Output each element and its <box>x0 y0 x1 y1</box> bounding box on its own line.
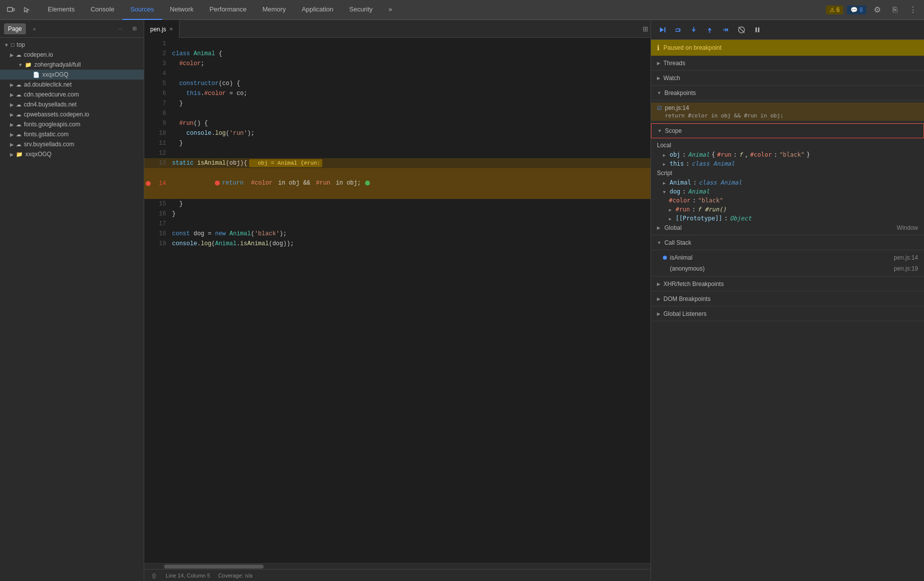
errors-badge[interactable]: 💬 8 <box>847 5 866 14</box>
var-obj-colon2: : <box>734 151 737 158</box>
var-dog-color-val: "black" <box>698 197 724 204</box>
expand-tabs-button[interactable]: » <box>29 23 40 34</box>
deactivate-breakpoints-button[interactable] <box>735 23 748 37</box>
tree-item-zoherghadyali[interactable]: ▼ 📁 zoherghadyali/full <box>0 60 144 70</box>
dom-section-header[interactable]: ▶ DOM Breakpoints <box>651 291 924 306</box>
editor-tab-close[interactable]: ✕ <box>169 26 173 32</box>
var-dog-color-name: #color <box>669 197 690 204</box>
tree-item-fontsgoogleapis[interactable]: ▶ ☁ fonts.googleapis.com <box>0 119 144 129</box>
tab-elements[interactable]: Elements <box>40 0 83 20</box>
global-listeners-header[interactable]: ▶ Global Listeners <box>651 306 924 321</box>
tab-console[interactable]: Console <box>83 0 122 20</box>
settings-button[interactable]: ⚙ <box>870 3 884 17</box>
dog-run-chevron[interactable]: ▶ <box>669 207 671 212</box>
var-dog-color-colon: : <box>692 197 696 204</box>
format-code-button[interactable]: ⊞ <box>641 23 650 35</box>
folder-icon-zoherghadyali: 📁 <box>25 62 32 68</box>
prototype-chevron[interactable]: ▶ <box>669 216 671 221</box>
animal-chevron[interactable]: ▶ <box>663 181 665 186</box>
page-tab[interactable]: Page <box>4 23 26 34</box>
breakpoints-section-header[interactable]: ▼ Breakpoints <box>651 86 924 100</box>
scope-section: ▼ Scope Local ▶ obj : Animal { #run : <box>651 123 924 235</box>
tree-item-top[interactable]: ▼ □ top <box>0 40 144 50</box>
tree-item-cpwebassets[interactable]: ▶ ☁ cpwebassets.codepen.io <box>0 109 144 119</box>
more-panel-button[interactable]: ··· <box>115 23 126 34</box>
tree-item-srvbuysellads[interactable]: ▶ ☁ srv.buysellads.com <box>0 139 144 149</box>
threads-section-header[interactable]: ▶ Threads <box>651 56 924 71</box>
pause-on-exceptions-button[interactable] <box>750 23 764 37</box>
tab-sources[interactable]: Sources <box>122 0 162 20</box>
step-button[interactable] <box>719 23 733 37</box>
toggle-navigator-button[interactable]: ⊞ <box>129 23 140 34</box>
scope-var-dog: ▼ dog : Animal <box>651 187 924 196</box>
line-num-14: 14 <box>152 179 172 189</box>
line-content-7: } <box>172 98 650 108</box>
horizontal-scrollbar[interactable] <box>144 563 650 569</box>
breakpoint-check-0[interactable]: ☑ <box>657 105 662 111</box>
code-line-3: 3 #color; <box>144 59 650 69</box>
threads-label: Threads <box>663 60 685 67</box>
step-into-button[interactable] <box>687 23 701 37</box>
device-toolbar-button[interactable] <box>4 3 18 17</box>
tab-security[interactable]: Security <box>341 0 380 20</box>
var-colon-dog: : <box>682 188 686 195</box>
var-value-prototype: Object <box>730 215 751 222</box>
tab-performance[interactable]: Performance <box>201 0 254 20</box>
scope-global-label: Global <box>664 224 682 231</box>
call-stack-item-anonymous[interactable]: (anonymous) pen.js:19 <box>651 263 924 274</box>
warnings-badge[interactable]: ⚠ 6 <box>826 5 843 14</box>
obj-chevron[interactable]: ▶ <box>663 153 665 158</box>
code-line-14: 14 return #color in obj && #run in obj; <box>144 168 650 199</box>
tab-network[interactable]: Network <box>162 0 202 20</box>
var-value-obj-class: Animal <box>688 151 709 158</box>
step-over-button[interactable] <box>671 23 685 37</box>
tree-item-xxqxOGQ-root[interactable]: ▶ 📁 xxqxOGQ <box>0 149 144 159</box>
line-content-15: } <box>172 199 650 209</box>
remote-devices-button[interactable]: ⎘ <box>888 3 902 17</box>
line-num-10: 10 <box>152 128 172 138</box>
line-num-4: 4 <box>152 69 172 79</box>
tree-item-xxqxOGQ-file[interactable]: 📄 xxqxOGQ <box>0 70 144 80</box>
tree-item-codepen[interactable]: ▶ ☁ codepen.io <box>0 50 144 60</box>
info-banner-icon: ℹ <box>657 44 659 52</box>
call-stack-item-isAnimal[interactable]: isAnimal pen.js:14 <box>651 252 924 263</box>
tab-memory[interactable]: Memory <box>255 0 294 20</box>
resume-button[interactable] <box>655 23 669 37</box>
pretty-print-button[interactable]: {} <box>150 573 158 579</box>
scope-section-header[interactable]: ▼ Scope <box>651 123 924 138</box>
dog-chevron[interactable]: ▼ <box>663 190 665 194</box>
more-options-button[interactable]: ⋮ <box>906 3 920 17</box>
svg-rect-10 <box>758 27 759 32</box>
scrollbar-thumb[interactable] <box>164 565 264 569</box>
watch-section-header[interactable]: ▶ Watch <box>651 71 924 86</box>
tree-item-addoubleclick[interactable]: ▶ ☁ ad.doubleclick.net <box>0 80 144 90</box>
tab-more[interactable]: » <box>380 0 400 20</box>
element-picker-button[interactable] <box>20 3 34 17</box>
code-area[interactable]: 1 2 class Animal { 3 #color; <box>144 38 650 563</box>
line-content-16: } <box>172 209 650 219</box>
global-listeners-chevron: ▶ <box>657 311 660 316</box>
tab-application[interactable]: Application <box>294 0 342 20</box>
call-name-anonymous: (anonymous) <box>670 265 705 272</box>
var-colon-prototype: : <box>724 215 728 222</box>
call-stack-header[interactable]: ▼ Call Stack <box>651 235 924 250</box>
xhr-section-header[interactable]: ▶ XHR/fetch Breakpoints <box>651 277 924 291</box>
tree-chevron-cdnspeedcurve: ▶ <box>10 92 14 97</box>
this-chevron[interactable]: ▶ <box>663 162 665 167</box>
global-chevron[interactable]: ▶ <box>657 225 660 230</box>
scope-global-value: Window <box>897 224 918 231</box>
svg-rect-1 <box>13 8 14 11</box>
dom-chevron: ▶ <box>657 296 660 301</box>
editor-tab-penjs[interactable]: pen.js ✕ <box>144 20 180 38</box>
tree-item-fontsgstatic[interactable]: ▶ ☁ fonts.gstatic.com <box>0 129 144 139</box>
line-content-5: constructor(co) { <box>172 79 650 89</box>
line-breakpoint-14[interactable] <box>144 181 152 186</box>
tree-item-cdn4buysellads[interactable]: ▶ ☁ cdn4.buysellads.net <box>0 99 144 109</box>
scope-var-prototype: ▶ [[Prototype]] : Object <box>651 214 924 223</box>
main-layout: Page » ··· ⊞ ▼ □ top ▶ ☁ codepen.io ▼ 📁 <box>0 20 924 581</box>
var-name-obj: obj <box>669 151 680 158</box>
tree-item-cdnspeedcurve[interactable]: ▶ ☁ cdn.speedcurve.com <box>0 90 144 99</box>
step-out-button[interactable] <box>703 23 717 37</box>
code-line-10: 10 console.log('run'); <box>144 128 650 138</box>
left-panel: Page » ··· ⊞ ▼ □ top ▶ ☁ codepen.io ▼ 📁 <box>0 20 144 581</box>
